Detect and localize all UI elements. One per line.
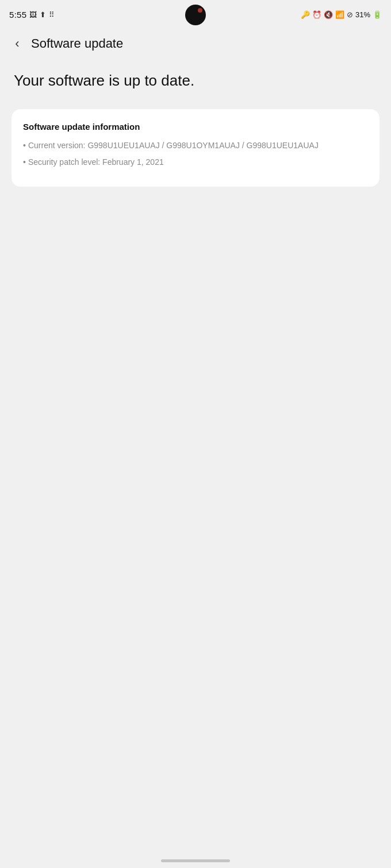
security-patch-item: • Security patch level: February 1, 2021 [23,156,368,168]
key-icon: 🔑 [301,10,310,19]
wifi-icon: 📶 [335,10,344,19]
sync-icon: ⬆ [40,10,46,19]
page-title: Software update [31,36,123,51]
home-indicator [161,859,230,862]
back-button[interactable]: ‹ [6,32,29,55]
mute-icon: 🔇 [324,10,333,19]
photo-icon: 🖼 [29,10,37,19]
status-icons-right: 🔑 ⏰ 🔇 📶 ⊘ 31% 🔋 [301,10,382,19]
dnd-icon: ⊘ [347,10,353,19]
info-card-title: Software update information [23,122,368,132]
camera-notch [185,5,206,25]
current-version-item: • Current version: G998U1UEU1AUAJ / G998… [23,140,368,152]
bullet-2: • [23,156,26,168]
camera-dot [185,5,206,25]
bullet-1: • [23,140,26,152]
nav-bar: ‹ Software update [0,28,391,60]
back-arrow-icon: ‹ [15,37,19,50]
alarm-icon: ⏰ [312,10,321,19]
main-content: Your software is up to date. Software up… [0,60,391,198]
security-patch-text: Security patch level: February 1, 2021 [28,156,164,168]
info-card: Software update information • Current ve… [12,109,379,187]
battery-level: 31% [355,10,370,19]
battery-icon: 🔋 [373,10,382,19]
up-to-date-message: Your software is up to date. [12,71,379,91]
current-version-text: Current version: G998U1UEU1AUAJ / G998U1… [28,140,319,152]
status-time: 5:55 [9,10,26,20]
grid-icon: ⠿ [49,10,55,19]
status-bar: 5:55 🖼 ⬆ ⠿ 🔑 ⏰ 🔇 📶 ⊘ 31% 🔋 [0,0,391,28]
